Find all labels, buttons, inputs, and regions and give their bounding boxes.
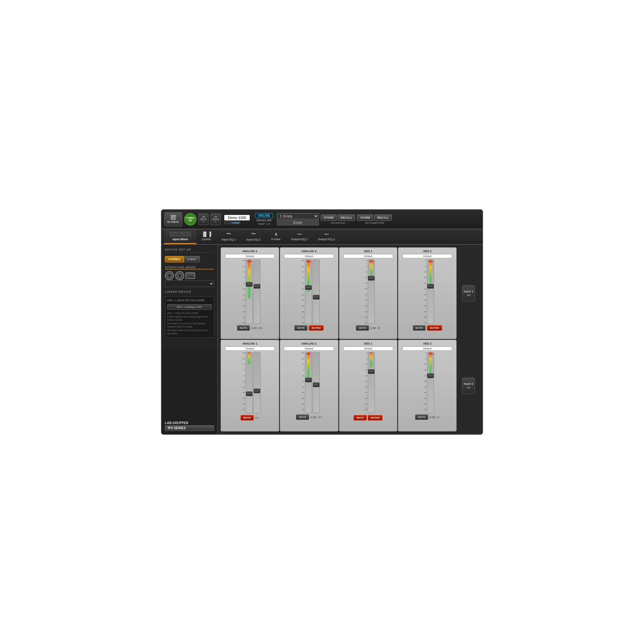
channel-aes1-row2: AES 1 0-6-12-18-24-30-36-42-48-54-60-66 … bbox=[339, 340, 398, 431]
tab-xover[interactable]: ∧ X-Over bbox=[266, 229, 286, 244]
aes-failover-title: AES -> ANALOG FAILOVER bbox=[167, 299, 212, 302]
store-on-computer-button[interactable]: STORE bbox=[357, 214, 373, 221]
xover-icon: ∧ bbox=[274, 232, 278, 237]
mute-button[interactable]: MUTE bbox=[356, 325, 369, 331]
mute-button[interactable]: MUTE bbox=[296, 414, 309, 420]
fader-handle[interactable] bbox=[427, 284, 434, 289]
preset-name-field[interactable] bbox=[284, 346, 334, 351]
db-value: 0.00 bbox=[430, 416, 435, 419]
channel-name: AES 2 bbox=[423, 250, 431, 253]
on-device-group: STORE RECALL ON DEVICE bbox=[321, 214, 355, 224]
preset-name-field[interactable] bbox=[343, 254, 393, 258]
tab-input-mixer[interactable]: ⬛⬛⬛⬛ Input Mixer bbox=[164, 229, 196, 244]
tab-input-eq1[interactable]: 〜 Input EQ 1 bbox=[216, 229, 241, 244]
connector-row bbox=[165, 271, 214, 280]
lab-gruppen-text: LAB.GRUPPEN bbox=[165, 421, 214, 425]
preset-name-field[interactable] bbox=[403, 346, 452, 351]
fader-handle[interactable] bbox=[305, 285, 312, 290]
online-badge: ONLINE bbox=[255, 213, 273, 218]
op-mute-1-button[interactable]: OPMUTE1 bbox=[198, 213, 209, 225]
ipx-series-badge: IPX SERIES bbox=[165, 425, 214, 431]
input-eq2-icon: 〜 bbox=[251, 231, 256, 237]
muted-button[interactable]: MUTED bbox=[427, 325, 442, 331]
stereo-button[interactable]: STEREO bbox=[165, 256, 184, 262]
channel-bottom: MUTE MUTED bbox=[354, 415, 383, 421]
mute-button[interactable]: MUTE bbox=[415, 414, 428, 420]
fader-handle-2[interactable] bbox=[313, 295, 319, 299]
channel-analog2-row2: ANALOG 2 +18+12+60-6-12-18-24-30-36-42-4… bbox=[280, 340, 338, 431]
sidebar: DEVICE SET UP STEREO 2-WAY OPERATING MOD… bbox=[162, 245, 218, 434]
output-eq1-icon: ⁓ bbox=[297, 232, 302, 237]
recall-on-computer-button[interactable]: RECALL bbox=[374, 214, 392, 221]
aes-off-button[interactable]: AES -> Analog is OFF bbox=[167, 304, 212, 310]
input2-button[interactable]: Input 2 >> bbox=[462, 378, 475, 394]
input1-side: Input 1 >> bbox=[457, 247, 480, 339]
nav-tabs: ⬛⬛⬛⬛ Input Mixer ▐▌▐ Levels 〜 Input EQ 1… bbox=[162, 229, 482, 245]
aes-failover-section: AES -> ANALOG FAILOVER AES -> Analog is … bbox=[165, 297, 214, 338]
scale-col: 0-6-12-18-24-30-36-42-48-54-60-66 bbox=[361, 260, 367, 324]
two-way-button[interactable]: 2-WAY bbox=[184, 256, 200, 262]
preset-name-field[interactable] bbox=[225, 346, 275, 351]
db-unit: dBu bbox=[317, 416, 322, 419]
input2-side: Input 2 >> bbox=[457, 340, 480, 431]
recall-on-device-button[interactable]: RECALL bbox=[338, 214, 355, 221]
muted-indicator[interactable]: MUTED bbox=[368, 415, 383, 421]
mixer-grid: ANALOG 1 +18+12+60-6-12-18-24-30-36-42-4… bbox=[218, 245, 482, 434]
preset-name-field[interactable] bbox=[284, 254, 334, 258]
fader-handle[interactable] bbox=[368, 276, 374, 280]
channel-name: ANALOG 1 bbox=[242, 342, 258, 345]
preset-dropdown[interactable]: 1: Empty bbox=[277, 213, 319, 219]
store-on-device-button[interactable]: STORE bbox=[321, 214, 337, 221]
tab-xover-label: X-Over bbox=[271, 238, 281, 241]
fader-handle[interactable] bbox=[427, 374, 434, 378]
channel-analog2-row1: ANALOG 2 +18+12+60-6-12-18-24-30-36-42-4… bbox=[280, 247, 338, 339]
mute-button[interactable]: MUTE bbox=[237, 325, 250, 331]
tab-input-eq1-label: Input EQ 1 bbox=[222, 238, 236, 241]
linked-device-title: LINKED DEVICE bbox=[165, 290, 214, 293]
fader-handle[interactable] bbox=[368, 369, 374, 374]
muted-button[interactable]: MUTE bbox=[241, 415, 254, 421]
db-unit: dB bbox=[436, 416, 440, 419]
power-button[interactable]: POWERON bbox=[184, 213, 196, 225]
mute-button[interactable]: MUTE bbox=[294, 325, 308, 331]
muted-button[interactable]: MUTE bbox=[354, 415, 367, 421]
tab-input-eq2[interactable]: 〜 Input EQ 2 bbox=[241, 229, 266, 244]
fader-handle-2[interactable] bbox=[254, 389, 260, 393]
mixer-area: ANALOG 1 +18+12+60-6-12-18-24-30-36-42-4… bbox=[218, 245, 482, 434]
preset-name-field[interactable] bbox=[343, 346, 393, 351]
on-computer-group: STORE RECALL ON COMPUTER bbox=[357, 214, 392, 224]
tab-output-eq2[interactable]: ⁓ Output EQ 2 bbox=[313, 229, 340, 244]
fader-handle[interactable] bbox=[246, 282, 252, 287]
channel-name: AES 2 bbox=[423, 342, 431, 345]
temp-display: TEMP: 0 N bbox=[258, 223, 270, 225]
device-name-input[interactable] bbox=[224, 215, 250, 221]
main-content: DEVICE SET UP STEREO 2-WAY OPERATING MOD… bbox=[162, 245, 482, 434]
preset-name-field[interactable] bbox=[225, 254, 275, 258]
fader-handle[interactable] bbox=[305, 378, 312, 382]
op-mode-select[interactable] bbox=[165, 280, 214, 287]
channel-bottom: MUTE 0.00 dBu bbox=[281, 414, 337, 420]
aes-info-text: AES -> ANALOG FAILOVER: If AES signal is… bbox=[167, 312, 212, 336]
output-eq2-icon: ⁓ bbox=[324, 232, 329, 237]
input1-button[interactable]: Input 1 >> bbox=[462, 285, 475, 301]
db-unit: dB bbox=[377, 327, 381, 329]
tab-output-eq1[interactable]: ⁓ Output EQ 1 bbox=[286, 229, 313, 244]
mute-button[interactable]: MUTE bbox=[413, 325, 426, 331]
preset-block: 1: Empty Empty bbox=[277, 213, 319, 225]
preset-name-field[interactable] bbox=[403, 254, 452, 258]
channel-name: AES 1 bbox=[364, 342, 372, 345]
channel-name: AES 1 bbox=[364, 250, 372, 253]
menu-icon bbox=[171, 215, 176, 220]
app-container: GLOBAL POWERON OPMUTE1 OPMUTE2 ONLINE De… bbox=[161, 209, 483, 435]
fader-handle-2[interactable] bbox=[313, 383, 319, 387]
global-button[interactable]: GLOBAL bbox=[164, 212, 182, 226]
fader-handle-2[interactable] bbox=[254, 284, 260, 289]
levels-icon: ▐▌▐ bbox=[202, 232, 211, 237]
channel-aes2-row1: AES 2 0-6-12-18-24-30-36-42-48-54-60-66 … bbox=[398, 247, 457, 339]
tab-levels[interactable]: ▐▌▐ Levels bbox=[196, 229, 216, 244]
input-mixer-icon: ⬛⬛⬛⬛ bbox=[169, 232, 191, 237]
muted-button[interactable]: MUTED bbox=[309, 325, 324, 331]
power-label: POWERON bbox=[186, 217, 194, 222]
fader-handle[interactable] bbox=[246, 392, 252, 396]
op-mute-2-button[interactable]: OPMUTE2 bbox=[211, 213, 221, 225]
